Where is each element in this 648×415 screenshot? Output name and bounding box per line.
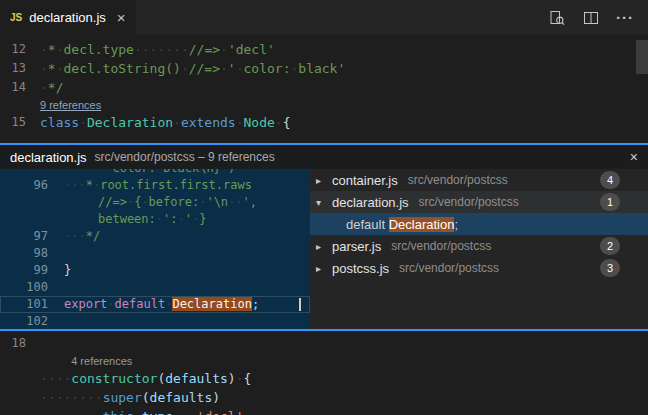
code-token: ) xyxy=(212,390,220,405)
reference-text: ; xyxy=(454,217,458,232)
code-token: . xyxy=(134,409,142,415)
code-token: decl.type xyxy=(63,42,133,57)
split-editor-icon[interactable] xyxy=(582,9,600,27)
file-path-label: src/vendor/postcss xyxy=(391,239,600,253)
file-name-label: container.js xyxy=(332,173,398,188)
reference-text: default xyxy=(346,217,389,232)
code-token: · xyxy=(107,297,114,311)
line-number: 96 xyxy=(0,177,56,194)
matched-text: Declaration xyxy=(389,217,455,232)
code-token: · xyxy=(220,61,228,76)
javascript-file-icon: JS xyxy=(10,12,22,23)
code-token: ·· xyxy=(228,195,242,209)
code-token: { xyxy=(244,371,252,386)
code-token: super xyxy=(103,390,142,405)
chevron-right-icon[interactable]: ▸ xyxy=(316,175,332,186)
chevron-right-icon[interactable]: ▸ xyxy=(316,241,332,252)
code-token: '\n xyxy=(206,195,228,209)
line-number: 101 xyxy=(0,296,56,313)
code-text: ········this.type·=·'decl' xyxy=(40,407,244,415)
code-token: · xyxy=(236,371,244,386)
code-token: ' xyxy=(228,61,236,76)
code-token: · xyxy=(40,61,48,76)
line-number xyxy=(0,407,32,415)
reference-file-row[interactable]: ▸container.jssrc/vendor/postcss4 xyxy=(310,169,648,191)
code-token: default xyxy=(115,297,166,311)
line-number xyxy=(0,194,56,211)
code-line: ····constructor(defaults)·{ xyxy=(0,369,648,388)
peek-header: declaration.js src/vendor/postcss – 9 re… xyxy=(0,145,648,169)
chevron-right-icon[interactable]: ▸ xyxy=(316,263,332,274)
line-number: 100 xyxy=(0,279,56,296)
code-token: color: xyxy=(112,169,155,175)
more-actions-icon[interactable]: ··· xyxy=(616,9,634,26)
code-text: ··color:·black\n}') xyxy=(64,169,235,177)
editor-region-bottom[interactable]: 184 references····constructor(defaults)·… xyxy=(0,331,648,415)
code-token: */ xyxy=(48,80,64,95)
code-text: ····constructor(defaults)·{ xyxy=(40,369,251,388)
code-token: · xyxy=(173,409,181,415)
editor-scrollbar[interactable] xyxy=(636,40,648,74)
code-line: 13·*·decl.toString()·//=>·'·color:·black… xyxy=(0,59,648,78)
close-peek-icon[interactable]: × xyxy=(630,150,638,164)
code-text: class·Declaration·extends·Node·{ xyxy=(40,113,290,132)
code-token: defaults xyxy=(150,390,213,405)
code-token: ( xyxy=(142,390,150,405)
code-text: } xyxy=(64,262,71,279)
code-token: * xyxy=(48,61,56,76)
tab-declaration-js[interactable]: JS declaration.js × xyxy=(0,0,136,35)
editor-region-top[interactable]: 12·*·decl.type·······//=>·'decl'13·*·dec… xyxy=(0,35,648,143)
file-name-label: parser.js xyxy=(332,239,381,254)
peek-body: ··color:·black\n}')96···*·root.first.fir… xyxy=(0,169,648,329)
code-token: color: xyxy=(244,61,291,76)
code-token: root.first.first.raws xyxy=(100,178,252,192)
code-token: ···· xyxy=(40,371,71,386)
reference-item-row[interactable]: default Declaration; xyxy=(310,213,648,235)
code-token: ; xyxy=(252,297,259,311)
code-token: defaults xyxy=(165,371,228,386)
references-peek-view: declaration.js src/vendor/postcss – 9 re… xyxy=(0,143,648,331)
references-tree[interactable]: ▸container.jssrc/vendor/postcss4▾declara… xyxy=(310,169,648,329)
code-line: 12·*·decl.type·······//=>·'decl' xyxy=(0,40,648,59)
code-token: decl.toString() xyxy=(63,61,180,76)
code-line: 100 xyxy=(0,279,310,296)
code-token: = xyxy=(181,409,189,415)
reference-file-row[interactable]: ▾declaration.jssrc/vendor/postcss1 xyxy=(310,191,648,213)
code-token: class xyxy=(40,115,79,130)
code-text: export·default·Declaration; xyxy=(64,296,301,313)
code-token: ' xyxy=(185,212,192,226)
code-text: ········super(defaults) xyxy=(40,388,220,407)
open-changes-icon[interactable] xyxy=(548,9,566,27)
reference-count-badge: 4 xyxy=(600,171,620,189)
line-number xyxy=(0,388,32,407)
code-token: black' xyxy=(298,61,345,76)
line-number: 102 xyxy=(0,313,56,329)
code-token: between: xyxy=(98,212,156,226)
code-token: · xyxy=(236,115,244,130)
file-name-label: declaration.js xyxy=(332,195,409,210)
file-path-label: src/vendor/postcss xyxy=(419,195,600,209)
close-tab-icon[interactable]: × xyxy=(117,10,126,25)
codelens-references-link[interactable]: 4 references xyxy=(0,353,648,369)
code-token: ······· xyxy=(134,42,189,57)
code-line: //=>·{·before:·'\n··', xyxy=(0,194,310,211)
code-token: · xyxy=(189,409,197,415)
reference-count-badge: 2 xyxy=(600,237,620,255)
peek-editor[interactable]: ··color:·black\n}')96···*·root.first.fir… xyxy=(0,169,310,329)
codelens-references-link[interactable]: 9 references xyxy=(0,97,648,113)
code-line: between:·':·'·} xyxy=(0,211,310,228)
code-token: ': xyxy=(163,212,177,226)
code-line: 15class·Declaration·extends·Node·{ xyxy=(0,113,648,132)
code-token: this xyxy=(103,409,134,415)
file-path-label: src/vendor/postcss xyxy=(408,173,600,187)
peek-title: declaration.js xyxy=(10,150,87,165)
reference-file-row[interactable]: ▸postcss.jssrc/vendor/postcss3 xyxy=(310,257,648,279)
reference-file-row[interactable]: ▸parser.jssrc/vendor/postcss2 xyxy=(310,235,648,257)
code-token: before: xyxy=(149,195,200,209)
chevron-down-icon[interactable]: ▾ xyxy=(316,197,332,208)
text-cursor xyxy=(299,298,301,311)
code-line: ········super(defaults) xyxy=(0,388,648,407)
code-token: } xyxy=(199,212,206,226)
reference-count-badge: 3 xyxy=(600,259,620,277)
code-line: 18 xyxy=(0,334,648,353)
